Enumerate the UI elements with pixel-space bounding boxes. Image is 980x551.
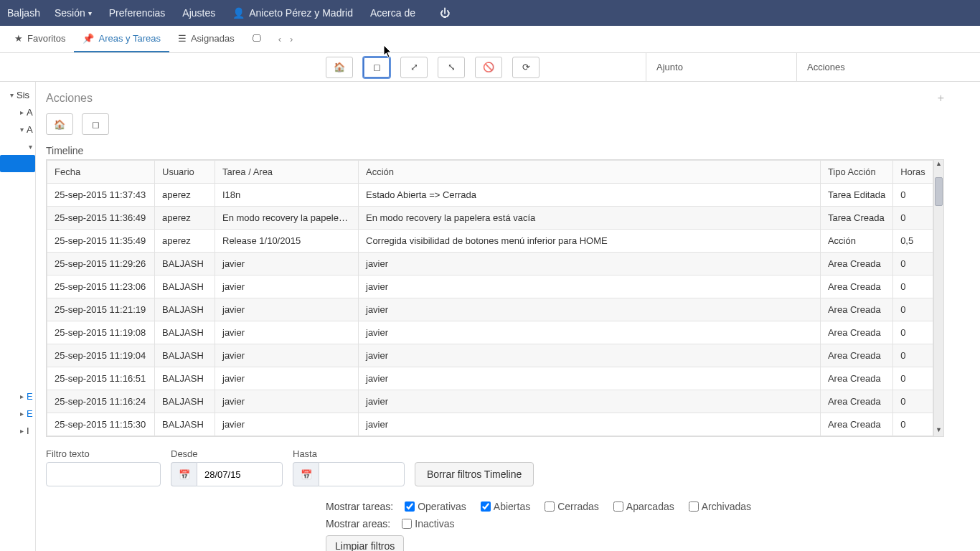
calendar-icon[interactable]: 📅 — [293, 462, 319, 486]
cb-archivadas[interactable]: Archivadas — [689, 501, 751, 512]
cb-aparcadas[interactable]: Aparcadas — [613, 501, 674, 512]
table-row[interactable]: 25-sep-2015 11:19:08BALJASHjavierjavierA… — [47, 321, 933, 344]
expand-button[interactable]: ⤢ — [400, 57, 428, 78]
cell-accion: javier — [359, 276, 821, 298]
nav-user[interactable]: 👤 Aniceto Pérez y Madrid — [232, 7, 353, 19]
cell-fecha: 25-sep-2015 11:16:24 — [47, 390, 155, 413]
cell-tipo: Area Creada — [820, 413, 892, 436]
cell-accion: javier — [359, 344, 821, 367]
cell-tipo: Acción — [820, 230, 892, 253]
cell-tarea: javier — [215, 298, 359, 321]
col-usuario[interactable]: Usuario — [155, 161, 215, 184]
table-row[interactable]: 25-sep-2015 11:29:26BALJASHjavierjavierA… — [47, 253, 933, 276]
caret-down-icon: ▾ — [88, 9, 92, 17]
add-action-button[interactable]: + — [938, 92, 944, 105]
focus-button[interactable]: ◻ — [363, 57, 390, 78]
cb-cerradas[interactable]: Cerradas — [545, 501, 599, 512]
tree-leaf-i[interactable]: ▸I — [0, 422, 35, 439]
cell-fecha: 25-sep-2015 11:19:04 — [47, 344, 155, 367]
scrollbar-thumb[interactable] — [935, 177, 943, 206]
tab-assigned[interactable]: ☰ Asignadas — [169, 26, 243, 52]
table-row[interactable]: 25-sep-2015 11:35:49aperezRelease 1/10/2… — [47, 230, 933, 253]
collapse-icon: ⤡ — [448, 62, 456, 72]
tree-leaf-e1[interactable]: ▸E — [0, 387, 35, 405]
tab-scroll-left[interactable]: ‹ — [274, 26, 286, 52]
desde-input[interactable] — [197, 462, 283, 486]
col-horas[interactable]: Horas — [893, 161, 933, 184]
cell-accion: javier — [359, 321, 821, 344]
cb-operativas[interactable]: Operativas — [405, 501, 466, 512]
tree-root[interactable]: ▾Sis — [0, 86, 35, 103]
user-icon: 👤 — [232, 7, 245, 19]
tree-child-a[interactable]: ▸A — [0, 103, 35, 121]
bottom-filter-strip: Mostrar tareas: Operativas Abiertas Cerr… — [39, 494, 954, 551]
table-scrollbar[interactable]: ▲ ▼ — [933, 160, 943, 436]
cell-accion: javier — [359, 367, 821, 390]
scrollbar-down-icon[interactable]: ▼ — [934, 426, 943, 436]
tab-scroll-right[interactable]: › — [286, 26, 297, 52]
cell-tipo: Area Creada — [820, 367, 892, 390]
cell-fecha: 25-sep-2015 11:36:49 — [47, 207, 155, 230]
clear-timeline-filters-button[interactable]: Borrar filtros Timeline — [415, 462, 534, 486]
cell-tarea: javier — [215, 253, 359, 276]
table-row[interactable]: 25-sep-2015 11:36:49aperezEn modo recove… — [47, 207, 933, 230]
hasta-input[interactable] — [319, 462, 405, 486]
limpiar-filtros-button[interactable]: Limpiar filtros — [326, 535, 404, 551]
cell-horas: 0 — [893, 253, 933, 276]
tree-child-a-open[interactable]: ▾A — [0, 121, 35, 138]
table-row[interactable]: 25-sep-2015 11:23:06BALJASHjavierjavierA… — [47, 276, 933, 298]
toolbar-buttons: 🏠 ◻ ⤢ ⤡ 🚫 ⟳ — [323, 57, 646, 78]
cell-horas: 0 — [893, 276, 933, 298]
cell-tipo: Area Creada — [820, 276, 892, 298]
cell-tarea: javier — [215, 367, 359, 390]
tree-item-selected[interactable] — [0, 155, 35, 172]
nav-user-label: Aniceto Pérez y Madrid — [249, 7, 353, 19]
cb-abiertas[interactable]: Abiertas — [481, 501, 530, 512]
nav-about[interactable]: Acerca de — [370, 7, 415, 19]
tab-areas-tareas[interactable]: 📌 Areas y Tareas — [74, 26, 169, 52]
scrollbar-up-icon[interactable]: ▲ — [934, 160, 943, 170]
nav-session[interactable]: Sesión ▾ — [55, 7, 92, 19]
nav-settings[interactable]: Ajustes — [182, 7, 215, 19]
tree-leaf-indent[interactable]: ▾ — [0, 138, 35, 155]
filtro-texto-input[interactable] — [46, 462, 161, 486]
tree-leaf-e2[interactable]: ▸E — [0, 405, 35, 422]
panel-focus-button[interactable]: ◻ — [82, 113, 109, 135]
collapse-button[interactable]: ⤡ — [438, 57, 465, 78]
cell-tarea: En modo recovery la papelera es — [215, 207, 359, 230]
table-row[interactable]: 25-sep-2015 11:21:19BALJASHjavierjavierA… — [47, 298, 933, 321]
nav-power[interactable]: ⏻ — [440, 7, 450, 19]
cell-tarea: javier — [215, 344, 359, 367]
cell-tipo: Area Creada — [820, 253, 892, 276]
focus-icon: ◻ — [373, 62, 381, 72]
mostrar-tareas-label: Mostrar tareas: — [326, 501, 393, 512]
table-row[interactable]: 25-sep-2015 11:16:24BALJASHjavierjavierA… — [47, 390, 933, 413]
refresh-button[interactable]: ⟳ — [512, 57, 540, 78]
cell-usuario: BALJASH — [155, 367, 215, 390]
table-row[interactable]: 25-sep-2015 11:15:30BALJASHjavierjavierA… — [47, 413, 933, 436]
nav-preferences[interactable]: Preferencias — [109, 7, 166, 19]
col-accion[interactable]: Acción — [359, 161, 821, 184]
cb-inactivas[interactable]: Inactivas — [402, 518, 454, 529]
cell-usuario: BALJASH — [155, 321, 215, 344]
col-fecha[interactable]: Fecha — [47, 161, 155, 184]
tab-monitor[interactable]: 🖵 — [243, 26, 274, 52]
refresh-icon: ⟳ — [522, 62, 530, 72]
hide-button[interactable]: 🚫 — [475, 57, 502, 78]
cell-fecha: 25-sep-2015 11:19:08 — [47, 321, 155, 344]
table-row[interactable]: 25-sep-2015 11:19:04BALJASHjavierjavierA… — [47, 344, 933, 367]
col-tipo[interactable]: Tipo Acción — [820, 161, 892, 184]
col-tarea[interactable]: Tarea / Area — [215, 161, 359, 184]
table-row[interactable]: 25-sep-2015 11:37:43aperezI18nEstado Abi… — [47, 184, 933, 207]
cell-usuario: aperez — [155, 207, 215, 230]
table-row[interactable]: 25-sep-2015 11:16:51BALJASHjavierjavierA… — [47, 367, 933, 390]
star-icon: ★ — [14, 33, 23, 44]
panel-home-button[interactable]: 🏠 — [46, 113, 73, 135]
home-icon: 🏠 — [334, 62, 345, 72]
calendar-icon[interactable]: 📅 — [171, 462, 197, 486]
tab-favorites[interactable]: ★ Favoritos — [6, 26, 74, 52]
cell-horas: 0 — [893, 413, 933, 436]
cell-tarea: javier — [215, 390, 359, 413]
home-button[interactable]: 🏠 — [326, 57, 353, 78]
mostrar-areas-label: Mostrar areas: — [326, 518, 390, 529]
